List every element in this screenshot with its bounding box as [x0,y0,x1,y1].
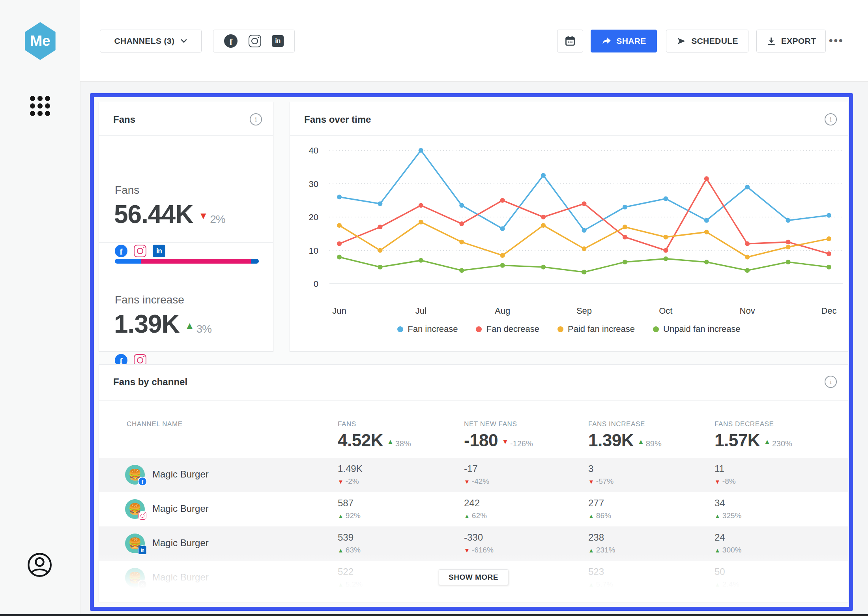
facebook-icon[interactable] [224,34,238,48]
trend-arrow-icon: ▲ [387,438,394,446]
trend-arrow-icon: ▲ [638,438,644,446]
linkedin-icon[interactable] [272,35,284,47]
channel-avatar: 🍔 [125,534,145,553]
legend-dot [476,326,482,332]
instagram-icon[interactable] [249,35,261,47]
metric-cell: 24▲300% [715,532,833,554]
legend-label: Fan increase [408,324,458,334]
trend-arrow-icon: ▲ [715,513,720,519]
share-button-label: SHARE [616,36,646,46]
fans-over-time-card: Fans over time 010203040JunJulAugSepOctN… [290,102,848,352]
schedule-button[interactable]: SCHEDULE [666,30,748,52]
export-button-label: EXPORT [781,36,816,46]
svg-text:10: 10 [309,246,318,256]
channel-avatar: 🍔 [125,568,145,588]
fans-increase-label: Fans increase [115,294,184,306]
legend-label: Fan decrease [486,324,539,334]
legend-dot [397,326,403,332]
channel-network-badge [138,580,147,589]
legend-item[interactable]: Unpaid fan increase [653,324,741,334]
metric-cell: 11▼-8% [715,463,833,486]
info-icon[interactable] [825,376,837,388]
channel-avatar: 🍔 [125,499,145,519]
account-icon[interactable] [26,552,53,578]
table-row[interactable]: 🍔Magic Burger1.49K▼-2%-17▼-42%3▼-57%11▼-… [99,458,848,492]
channel-name: Magic Burger [152,503,209,514]
share-icon [601,36,612,46]
show-more-button[interactable]: SHOW MORE [439,569,508,585]
svg-text:Dec: Dec [821,306,836,316]
schedule-button-label: SCHEDULE [691,36,738,46]
metric-cell: 50▲2.4% [715,566,833,589]
info-icon[interactable] [250,113,262,125]
date-range-button[interactable] [557,30,583,52]
chart-legend: Fan increaseFan decreasePaid fan increas… [290,324,848,334]
table-row[interactable]: 🍔Magic Burger587▲92%242▲62%277▲86%34▲325… [99,492,848,526]
trend-arrow-icon: ▲ [588,547,594,554]
fans-card-title: Fans [113,114,135,125]
facebook-icon [138,477,146,485]
unknown-icon [138,580,146,588]
legend-item[interactable]: Fan decrease [476,324,539,334]
metric-cell: 587▲92% [338,498,456,520]
trend-arrow-icon: ▼ [715,478,720,485]
summary-fans-decrease: 1.57K▲230% [715,431,792,450]
trend-arrow-icon: ▲ [715,581,720,588]
more-options-button[interactable]: ••• [829,35,844,47]
svg-text:40: 40 [309,146,318,155]
trend-arrow-icon: ▼ [502,438,509,446]
channel-name: Magic Burger [152,572,209,583]
share-button[interactable]: SHARE [591,30,657,52]
channels-dropdown[interactable]: CHANNELS (3) [100,30,202,52]
fans-over-time-chart[interactable]: 010203040JunJulAugSepOctNovDec [290,138,849,320]
channel-network-badge [138,545,147,555]
channel-name: Magic Burger [152,537,209,549]
trend-arrow-icon: ▲ [588,581,594,588]
legend-label: Unpaid fan increase [663,324,741,334]
summary-fans: 4.52K▲38% [338,431,411,450]
metric-cell: 34▲325% [715,498,833,520]
table-row[interactable]: 🍔Magic Burger539▲63%-330▼-616%238▲231%24… [99,526,848,561]
trend-arrow-icon: ▼ [464,547,470,554]
calendar-icon [564,35,576,47]
trend-arrow-icon: ▼ [464,478,470,485]
channel-network-badge [138,511,147,521]
channel-avatar: 🍔 [125,465,145,485]
metric-cell: -330▼-616% [464,532,582,554]
trend-arrow-icon: ▼ [588,478,594,485]
fans-channel-split-bar [115,259,259,264]
svg-text:Oct: Oct [659,306,672,316]
column-fans-decrease: FANS DECREASE [715,420,774,428]
trend-arrow-icon: ▲ [338,581,344,588]
legend-item[interactable]: Fan increase [397,324,458,334]
info-icon[interactable] [825,113,837,125]
apps-grid-icon[interactable] [29,95,51,117]
svg-text:Sep: Sep [576,306,592,316]
instagram-icon [138,512,146,520]
channel-name: Magic Burger [152,469,209,480]
export-button[interactable]: EXPORT [756,30,826,52]
metric-cell: 238▲231% [588,532,707,554]
trend-arrow-icon: ▲ [588,513,594,519]
legend-dot [653,326,659,332]
fans-increase-value: 1.39K▲3% [114,309,211,339]
fans-by-channel-card: Fans by channel CHANNEL NAME FANS 4.52K▲… [99,364,848,602]
fans-card: Fans Fans 56.44K▼2% Fans increase 1.39K▲… [99,102,273,352]
fans-metric-label: Fans [115,184,139,197]
summary-fans-increase: 1.39K▲89% [588,431,662,450]
svg-text:30: 30 [309,179,318,189]
trend-arrow-icon: ▲ [764,438,771,446]
metric-cell: 522▲5.2% [338,566,456,589]
column-net-new-fans: NET NEW FANS [464,420,517,428]
app-logo[interactable]: Me [24,22,57,60]
chevron-down-icon [181,39,187,43]
column-channel-name: CHANNEL NAME [127,420,183,428]
legend-dot [557,326,563,332]
trend-arrow-icon: ▼ [338,478,344,485]
legend-item[interactable]: Paid fan increase [557,324,635,334]
column-fans-increase: FANS INCREASE [588,420,645,428]
linkedin-icon [138,546,146,554]
sidebar: Me [0,0,80,616]
svg-text:Nov: Nov [740,306,755,316]
instagram-icon [134,245,146,257]
